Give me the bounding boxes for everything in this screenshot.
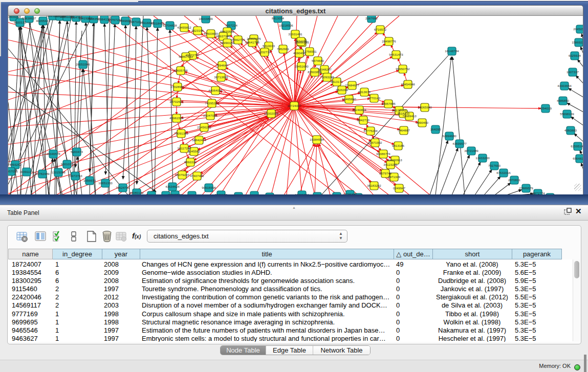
svg-text:7452991: 7452991: [277, 47, 290, 51]
svg-text:28053346: 28053346: [76, 62, 90, 66]
svg-text:74395339: 74395339: [205, 101, 219, 105]
svg-text:25302033: 25302033: [264, 112, 278, 115]
svg-text:7770143: 7770143: [368, 96, 381, 100]
svg-text:8313678: 8313678: [358, 90, 371, 94]
svg-text:16033809: 16033809: [199, 17, 213, 20]
svg-text:36183242: 36183242: [367, 184, 381, 187]
svg-text:62704828: 62704828: [163, 24, 177, 27]
svg-text:88937346: 88937346: [216, 34, 230, 38]
svg-text:4471349: 4471349: [388, 175, 401, 179]
svg-text:19384554: 19384554: [310, 138, 324, 141]
svg-text:72624731: 72624731: [116, 186, 130, 189]
svg-text:47775204: 47775204: [363, 129, 378, 133]
svg-text:21465840: 21465840: [342, 97, 356, 101]
svg-text:11671902: 11671902: [368, 141, 382, 144]
svg-text:7464887: 7464887: [398, 128, 410, 132]
svg-text:43455812: 43455812: [177, 26, 191, 29]
svg-text:36713695: 36713695: [214, 75, 228, 79]
svg-text:7826398: 7826398: [336, 88, 349, 92]
svg-text:45961586: 45961586: [169, 116, 184, 120]
svg-text:94531473: 94531473: [389, 53, 403, 56]
svg-text:31931491: 31931491: [288, 32, 302, 36]
svg-text:62994680: 62994680: [442, 134, 456, 138]
svg-text:40265423: 40265423: [36, 19, 50, 23]
svg-text:9301031: 9301031: [61, 162, 74, 166]
svg-text:38721489: 38721489: [464, 149, 478, 152]
svg-text:4893252: 4893252: [9, 163, 22, 166]
svg-text:70348247: 70348247: [317, 68, 332, 71]
svg-text:28498776: 28498776: [382, 39, 396, 43]
svg-text:43534624: 43534624: [165, 185, 180, 188]
svg-text:58842474: 58842474: [192, 138, 206, 142]
svg-text:0842710: 0842710: [357, 118, 370, 122]
svg-text:18702621: 18702621: [169, 100, 184, 103]
svg-text:10433218: 10433218: [8, 16, 21, 18]
svg-text:22782489: 22782489: [35, 172, 50, 176]
svg-text:9413186: 9413186: [392, 144, 405, 147]
svg-text:5674680: 5674680: [312, 59, 324, 62]
svg-text:5310033: 5310033: [263, 44, 275, 48]
svg-text:47407482: 47407482: [190, 174, 204, 178]
svg-text:74989413: 74989413: [402, 114, 417, 118]
svg-text:61595148: 61595148: [571, 144, 583, 148]
svg-text:43303654: 43303654: [557, 84, 572, 87]
svg-text:0249947: 0249947: [393, 186, 406, 190]
svg-text:44064090: 44064090: [208, 89, 223, 92]
svg-text:64641708: 64641708: [245, 40, 259, 44]
svg-text:20465375: 20465375: [247, 37, 261, 40]
svg-text:2870831: 2870831: [508, 178, 521, 182]
svg-text:19065940: 19065940: [418, 105, 432, 109]
svg-text:7874296: 7874296: [295, 39, 308, 43]
svg-text:58867533: 58867533: [179, 55, 193, 58]
svg-text:5045562: 5045562: [188, 149, 201, 153]
svg-text:3623166: 3623166: [191, 29, 204, 32]
svg-text:71756551: 71756551: [302, 50, 317, 53]
svg-text:80957015: 80957015: [8, 169, 18, 173]
svg-text:3990490: 3990490: [416, 121, 429, 124]
svg-text:10651333: 10651333: [98, 181, 113, 185]
svg-text:90838637: 90838637: [22, 16, 36, 20]
svg-text:63605766: 63605766: [173, 69, 188, 72]
svg-text:90916998: 90916998: [202, 186, 216, 189]
svg-text:29973763: 29973763: [68, 174, 82, 178]
svg-text:1656670: 1656670: [83, 179, 96, 182]
svg-text:8692221: 8692221: [184, 160, 197, 164]
svg-text:7594647: 7594647: [216, 63, 229, 67]
svg-text:65648236: 65648236: [573, 157, 583, 160]
svg-text:4060883: 4060883: [564, 128, 577, 132]
svg-text:164095: 164095: [430, 127, 441, 131]
svg-text:21456232: 21456232: [197, 125, 211, 129]
svg-text:27889579: 27889579: [519, 186, 533, 190]
svg-text:81080132: 81080132: [129, 191, 144, 194]
svg-text:43699577: 43699577: [452, 142, 467, 145]
svg-text:1607337: 1607337: [567, 70, 579, 74]
svg-text:19218506: 19218506: [279, 24, 293, 27]
svg-text:30391171: 30391171: [19, 170, 34, 173]
svg-text:16148784: 16148784: [445, 49, 459, 53]
svg-text:18724007: 18724007: [287, 104, 301, 107]
svg-text:8813054: 8813054: [272, 16, 285, 20]
svg-text:35454948: 35454948: [401, 82, 415, 86]
svg-text:34957885: 34957885: [381, 102, 396, 105]
svg-text:15451680: 15451680: [294, 64, 309, 68]
svg-text:7917693: 7917693: [488, 164, 501, 167]
svg-text:7357224: 7357224: [225, 24, 238, 27]
svg-text:6025634: 6025634: [569, 54, 581, 57]
svg-text:38346578: 38346578: [46, 152, 60, 156]
svg-text:9600133: 9600133: [14, 20, 27, 24]
svg-text:13315098: 13315098: [51, 170, 66, 174]
svg-text:0679740: 0679740: [379, 171, 392, 175]
svg-text:15869232: 15869232: [572, 40, 583, 44]
svg-text:99386774: 99386774: [376, 152, 390, 156]
svg-text:21047095: 21047095: [203, 114, 217, 117]
svg-text:69379237: 69379237: [175, 173, 189, 177]
svg-text:5183473: 5183473: [71, 150, 83, 154]
svg-text:2087682: 2087682: [365, 16, 378, 20]
svg-text:4586850: 4586850: [557, 99, 570, 102]
svg-text:34123281: 34123281: [383, 163, 398, 166]
svg-text:20450533: 20450533: [573, 27, 583, 31]
svg-text:09670546: 09670546: [220, 30, 234, 33]
svg-text:64990913: 64990913: [388, 158, 402, 162]
svg-text:13433200: 13433200: [475, 156, 490, 160]
svg-text:35240824: 35240824: [352, 108, 366, 112]
